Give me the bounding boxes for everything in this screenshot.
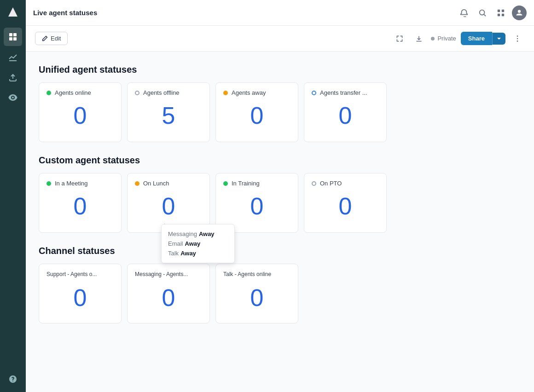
- grid-icon[interactable]: [493, 6, 508, 20]
- card-value-offline: 5: [135, 100, 202, 129]
- channel-cards-grid: Support - Agents o... 0 Messaging - Agen…: [39, 264, 521, 323]
- status-dot-green: [46, 91, 51, 95]
- download-icon[interactable]: [412, 31, 426, 46]
- channel-card-support: Support - Agents o... 0: [39, 264, 122, 323]
- tooltip-messaging-row: Messaging Away: [168, 229, 228, 239]
- edit-icon: [42, 35, 48, 41]
- card-on-pto: On PTO 0: [304, 173, 387, 233]
- card-header-transfer: Agents transfer ...: [312, 89, 379, 96]
- main-area: Live agent statuses Edit: [26, 0, 534, 392]
- card-agents-offline: Agents offline 5: [127, 82, 210, 142]
- topbar-icons: [457, 6, 527, 20]
- svg-rect-2: [13, 33, 17, 36]
- tooltip-email-row: Email Away: [168, 239, 228, 248]
- status-dot-meeting: [46, 181, 51, 186]
- private-badge: Private: [431, 35, 456, 42]
- unified-cards-grid: Agents online 0 Agents offline 5 Agents …: [39, 82, 521, 142]
- on-lunch-tooltip: Messaging Away Email Away Talk Away: [161, 224, 235, 263]
- private-dot: [431, 37, 435, 40]
- custom-cards-grid: In a Meeting 0 On Lunch 0: [39, 173, 521, 233]
- svg-point-13: [517, 35, 518, 37]
- sidebar: [0, 0, 26, 392]
- svg-marker-0: [8, 7, 17, 17]
- card-header-online: Agents online: [46, 89, 114, 96]
- share-dropdown-button[interactable]: [492, 33, 505, 45]
- card-value-pto: 0: [312, 190, 379, 220]
- card-value-training: 0: [223, 190, 290, 220]
- card-on-lunch: On Lunch 0 Messaging Away Email: [127, 173, 210, 233]
- svg-point-6: [480, 10, 485, 15]
- status-dot-orange: [223, 91, 228, 95]
- status-dot-pto: [312, 181, 316, 186]
- avatar[interactable]: [512, 6, 527, 20]
- svg-rect-8: [498, 9, 500, 12]
- channel-card-talk: Talk - Agents online 0: [215, 264, 298, 323]
- card-header-lunch: On Lunch: [135, 180, 202, 187]
- sidebar-bottom: [4, 370, 22, 388]
- topbar: Live agent statuses: [26, 0, 534, 26]
- unified-section-title: Unified agent statuses: [39, 64, 521, 75]
- svg-point-15: [517, 40, 518, 42]
- channel-card-header-messaging: Messaging - Agents...: [135, 271, 202, 278]
- sidebar-item-home[interactable]: [4, 28, 22, 46]
- svg-rect-9: [502, 9, 504, 12]
- status-dot-blue-ring: [312, 91, 316, 95]
- status-dot-lunch: [135, 181, 139, 186]
- channel-card-value-talk: 0: [223, 282, 290, 311]
- status-dot-gray: [135, 91, 139, 95]
- svg-line-7: [484, 14, 486, 16]
- channel-section-title: Channel statuses: [39, 246, 521, 256]
- channel-card-messaging: Messaging - Agents... 0: [127, 264, 210, 323]
- notifications-icon[interactable]: [457, 6, 471, 20]
- card-in-meeting: In a Meeting 0: [39, 173, 122, 233]
- sidebar-item-upload[interactable]: [4, 68, 22, 86]
- sidebar-item-reports[interactable]: [4, 48, 22, 66]
- action-bar-right: Private Share: [392, 31, 525, 46]
- sidebar-item-settings[interactable]: [4, 88, 22, 107]
- share-button[interactable]: Share: [461, 32, 492, 45]
- share-button-group: Share: [461, 32, 505, 45]
- svg-rect-3: [9, 37, 12, 40]
- card-agents-away: Agents away 0: [215, 82, 298, 142]
- search-icon[interactable]: [475, 6, 490, 20]
- card-value-lunch: 0: [135, 190, 202, 220]
- card-value-away: 0: [223, 100, 290, 129]
- svg-rect-10: [498, 13, 500, 16]
- channel-card-value-support: 0: [46, 282, 114, 311]
- card-agents-transfer: Agents transfer ... 0: [304, 82, 387, 142]
- card-value-meeting: 0: [46, 190, 114, 220]
- content-area: Unified agent statuses Agents online 0 A…: [26, 52, 534, 392]
- channel-card-header-talk: Talk - Agents online: [223, 271, 290, 278]
- sidebar-logo: [5, 4, 21, 20]
- card-header-pto: On PTO: [312, 180, 379, 187]
- channel-card-value-messaging: 0: [135, 282, 202, 311]
- card-header-training: In Training: [223, 180, 290, 187]
- edit-button[interactable]: Edit: [35, 32, 68, 45]
- card-value-transfer: 0: [312, 100, 379, 129]
- channel-card-header-support: Support - Agents o...: [46, 271, 114, 278]
- more-options-button[interactable]: [510, 31, 525, 46]
- card-header-away: Agents away: [223, 89, 290, 96]
- card-value-online: 0: [46, 100, 114, 129]
- status-dot-training: [223, 181, 228, 186]
- svg-rect-4: [13, 37, 17, 40]
- sidebar-item-support[interactable]: [4, 370, 22, 388]
- card-agents-online: Agents online 0: [39, 82, 122, 142]
- card-header-offline: Agents offline: [135, 89, 202, 96]
- chevron-down-icon: [496, 36, 502, 41]
- fullscreen-icon[interactable]: [392, 31, 407, 46]
- svg-point-14: [517, 38, 518, 39]
- page-title: Live agent statuses: [33, 9, 451, 17]
- svg-rect-11: [502, 13, 504, 16]
- custom-section-title: Custom agent statuses: [39, 155, 521, 166]
- svg-rect-1: [9, 33, 12, 36]
- action-bar: Edit Private Share: [26, 26, 534, 52]
- card-header-meeting: In a Meeting: [46, 180, 114, 187]
- tooltip-talk-row: Talk Away: [168, 248, 228, 258]
